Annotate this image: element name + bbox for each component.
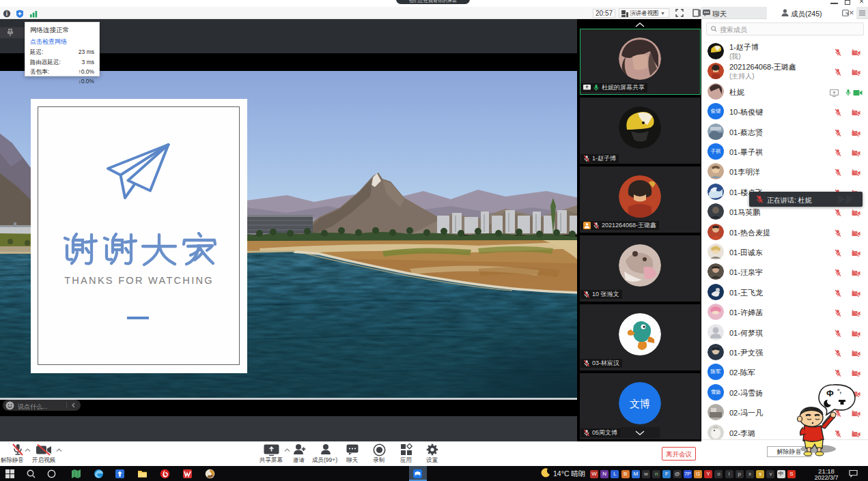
svg-text:°,: °, xyxy=(837,388,841,394)
svg-text:i: i xyxy=(6,10,8,17)
svg-text:Φ: Φ xyxy=(826,388,834,398)
svg-text:文博: 文博 xyxy=(630,398,650,409)
